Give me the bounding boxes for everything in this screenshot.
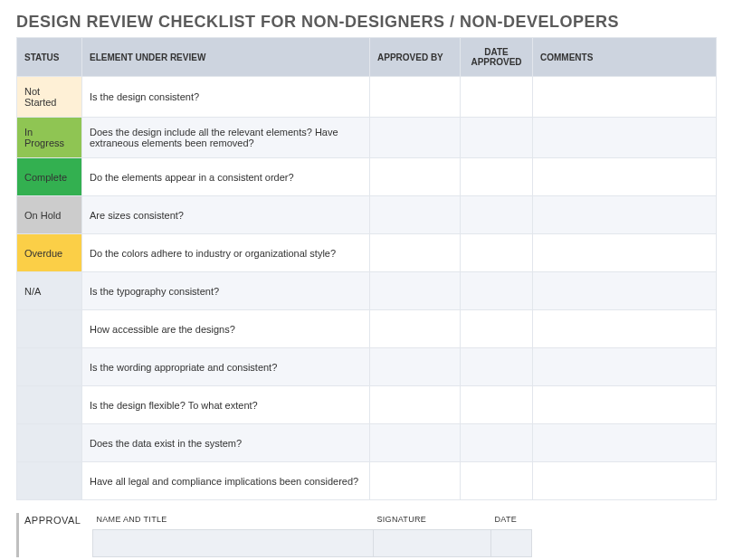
element-cell: Are sizes consistent? (82, 196, 370, 234)
element-cell: Is the wording appropriate and consisten… (82, 348, 370, 386)
table-row: Is the design flexible? To what extent? (17, 386, 717, 424)
col-status: STATUS (17, 38, 82, 77)
comments-cell[interactable] (533, 158, 717, 196)
col-date-approved: DATE APPROVED (461, 38, 533, 77)
comments-cell[interactable] (533, 348, 717, 386)
approved-by-cell[interactable] (370, 272, 461, 310)
comments-cell[interactable] (533, 118, 717, 158)
table-row: Does the data exist in the system? (17, 424, 717, 462)
date-approved-cell[interactable] (461, 196, 533, 234)
comments-cell[interactable] (533, 310, 717, 348)
comments-cell[interactable] (533, 386, 717, 424)
date-approved-cell[interactable] (461, 424, 533, 462)
status-cell[interactable]: On Hold (17, 196, 82, 234)
comments-cell[interactable] (533, 196, 717, 234)
approval-header-signature: SIGNATURE (374, 513, 491, 530)
element-cell: Does the data exist in the system? (82, 424, 370, 462)
date-approved-cell[interactable] (461, 77, 533, 118)
table-row: CompleteDo the elements appear in a cons… (17, 158, 717, 196)
approved-by-cell[interactable] (370, 424, 461, 462)
element-cell: Have all legal and compliance implicatio… (82, 462, 370, 500)
approval-header-date: DATE (491, 513, 532, 530)
date-approved-cell[interactable] (461, 348, 533, 386)
approved-by-cell[interactable] (370, 196, 461, 234)
approved-by-cell[interactable] (370, 118, 461, 158)
approval-signature-field[interactable] (374, 530, 491, 557)
date-approved-cell[interactable] (461, 310, 533, 348)
comments-cell[interactable] (533, 462, 717, 500)
date-approved-cell[interactable] (461, 234, 533, 272)
date-approved-cell[interactable] (461, 272, 533, 310)
status-cell[interactable]: N/A (17, 272, 82, 310)
date-approved-cell[interactable] (461, 158, 533, 196)
approved-by-cell[interactable] (370, 158, 461, 196)
table-row: On HoldAre sizes consistent? (17, 196, 717, 234)
approved-by-cell[interactable] (370, 310, 461, 348)
page-title: DESIGN REVIEW CHECKLIST FOR NON-DESIGNER… (16, 13, 717, 32)
table-row: Not StartedIs the design consistent? (17, 77, 717, 118)
element-cell: Do the elements appear in a consistent o… (82, 158, 370, 196)
col-element: ELEMENT UNDER REVIEW (82, 38, 370, 77)
col-comments: COMMENTS (533, 38, 717, 77)
status-cell[interactable] (17, 386, 82, 424)
approval-header-name: NAME AND TITLE (93, 513, 374, 530)
table-row: Is the wording appropriate and consisten… (17, 348, 717, 386)
table-row: Have all legal and compliance implicatio… (17, 462, 717, 500)
element-cell: How accessible are the designs? (82, 310, 370, 348)
date-approved-cell[interactable] (461, 118, 533, 158)
approval-name-field[interactable] (93, 530, 374, 557)
element-cell: Is the design flexible? To what extent? (82, 386, 370, 424)
date-approved-cell[interactable] (461, 462, 533, 500)
status-cell[interactable] (17, 462, 82, 500)
status-cell[interactable] (17, 424, 82, 462)
approval-label: APPROVAL (24, 513, 92, 557)
element-cell: Do the colors adhere to industry or orga… (82, 234, 370, 272)
comments-cell[interactable] (533, 272, 717, 310)
checklist-table: STATUS ELEMENT UNDER REVIEW APPROVED BY … (16, 37, 717, 500)
col-approved-by: APPROVED BY (370, 38, 461, 77)
header-row: STATUS ELEMENT UNDER REVIEW APPROVED BY … (17, 38, 717, 77)
approval-table: NAME AND TITLE SIGNATURE DATE (92, 513, 532, 557)
status-cell[interactable]: In Progress (17, 118, 82, 158)
approved-by-cell[interactable] (370, 234, 461, 272)
table-row: How accessible are the designs? (17, 310, 717, 348)
approved-by-cell[interactable] (370, 348, 461, 386)
approval-date-field[interactable] (491, 530, 532, 557)
approved-by-cell[interactable] (370, 386, 461, 424)
comments-cell[interactable] (533, 234, 717, 272)
status-cell[interactable] (17, 310, 82, 348)
approved-by-cell[interactable] (370, 462, 461, 500)
table-row: OverdueDo the colors adhere to industry … (17, 234, 717, 272)
approved-by-cell[interactable] (370, 77, 461, 118)
status-cell[interactable]: Overdue (17, 234, 82, 272)
element-cell: Is the design consistent? (82, 77, 370, 118)
comments-cell[interactable] (533, 424, 717, 462)
date-approved-cell[interactable] (461, 386, 533, 424)
comments-cell[interactable] (533, 77, 717, 118)
element-cell: Is the typography consistent? (82, 272, 370, 310)
table-row: N/AIs the typography consistent? (17, 272, 717, 310)
status-cell[interactable]: Complete (17, 158, 82, 196)
status-cell[interactable] (17, 348, 82, 386)
element-cell: Does the design include all the relevant… (82, 118, 370, 158)
table-row: In ProgressDoes the design include all t… (17, 118, 717, 158)
status-cell[interactable]: Not Started (17, 77, 82, 118)
approval-section: APPROVAL NAME AND TITLE SIGNATURE DATE (16, 513, 717, 557)
